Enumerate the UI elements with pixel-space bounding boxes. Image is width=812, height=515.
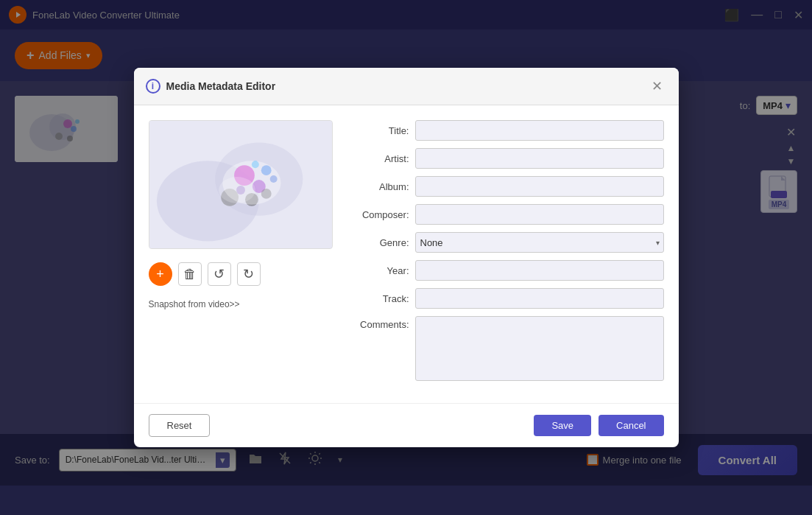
snapshot-link[interactable]: Snapshot from video>> [149, 299, 333, 309]
title-row: Title: [350, 120, 664, 141]
comments-textarea[interactable] [415, 316, 664, 381]
composer-row: Composer: [350, 204, 664, 225]
add-image-button[interactable]: + [149, 262, 172, 286]
delete-icon: 🗑 [183, 267, 197, 282]
genre-select[interactable]: None Pop Rock Jazz [415, 232, 664, 253]
composer-label: Composer: [350, 209, 409, 220]
modal-header: i Media Metadata Editor ✕ [134, 68, 679, 105]
title-label: Title: [350, 125, 409, 136]
modal-info-icon: i [146, 79, 160, 94]
genre-label: Genre: [350, 237, 409, 248]
reset-button[interactable]: Reset [149, 414, 211, 437]
track-row: Track: [350, 288, 664, 309]
artist-label: Artist: [350, 153, 409, 164]
year-input[interactable] [415, 260, 664, 281]
modal-right-panel: Title: Artist: Album: Composer: Genre: [350, 120, 664, 388]
composer-input[interactable] [415, 204, 664, 225]
year-row: Year: [350, 260, 664, 281]
track-input[interactable] [415, 288, 664, 309]
modal-body: + 🗑 ↺ ↻ Snapshot from video>> [134, 105, 679, 403]
artist-input[interactable] [415, 148, 664, 169]
genre-row: Genre: None Pop Rock Jazz ▾ [350, 232, 664, 253]
modal-footer: Reset Save Cancel [134, 403, 679, 447]
track-label: Track: [350, 293, 409, 304]
year-label: Year: [350, 265, 409, 276]
modal-left-panel: + 🗑 ↺ ↻ Snapshot from video>> [149, 120, 333, 388]
save-button[interactable]: Save [534, 415, 591, 436]
metadata-editor-modal: i Media Metadata Editor ✕ [134, 68, 679, 447]
image-controls: + 🗑 ↺ ↻ [149, 258, 333, 290]
album-label: Album: [350, 181, 409, 192]
comments-label: Comments: [350, 316, 409, 330]
undo-button[interactable]: ↺ [208, 262, 231, 286]
modal-overlay: i Media Metadata Editor ✕ [0, 0, 812, 515]
modal-title: Media Metadata Editor [166, 80, 641, 92]
cancel-button[interactable]: Cancel [599, 415, 663, 436]
media-preview-area [149, 120, 333, 249]
comments-row: Comments: [350, 316, 664, 381]
album-input[interactable] [415, 176, 664, 197]
title-input[interactable] [415, 120, 664, 141]
redo-icon: ↻ [243, 266, 254, 282]
artist-row: Artist: [350, 148, 664, 169]
undo-icon: ↺ [213, 266, 225, 282]
delete-image-button[interactable]: 🗑 [178, 262, 202, 286]
redo-button[interactable]: ↻ [237, 262, 261, 286]
modal-close-button[interactable]: ✕ [647, 77, 667, 96]
genre-select-wrapper: None Pop Rock Jazz ▾ [415, 232, 664, 253]
svg-point-30 [219, 177, 255, 203]
album-row: Album: [350, 176, 664, 197]
